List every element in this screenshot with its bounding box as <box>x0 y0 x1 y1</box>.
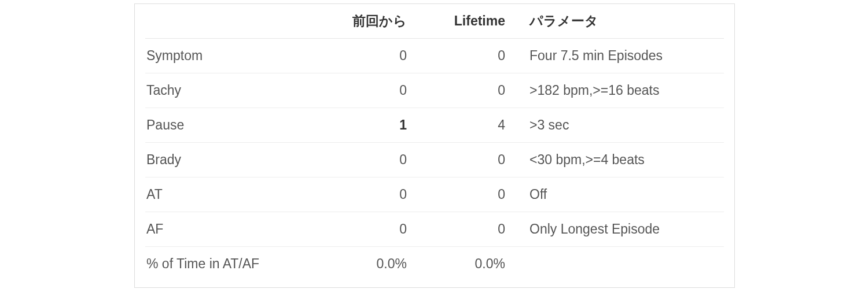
row-since: 0 <box>336 73 417 108</box>
row-since: 0.0% <box>336 247 417 282</box>
row-label: % of Time in AT/AF <box>145 247 336 282</box>
row-since: 1 <box>336 108 417 143</box>
row-parameter: >3 sec <box>516 108 724 143</box>
row-parameter: Off <box>516 177 724 212</box>
row-label: Symptom <box>145 39 336 73</box>
row-since: 0 <box>336 177 417 212</box>
row-lifetime: 0 <box>417 73 516 108</box>
table-row: AT 0 0 Off <box>145 177 724 212</box>
header-parameter: パラメータ <box>516 4 724 39</box>
table-row: Tachy 0 0 >182 bpm,>=16 beats <box>145 73 724 108</box>
row-label: AT <box>145 177 336 212</box>
table-row: Symptom 0 0 Four 7.5 min Episodes <box>145 39 724 73</box>
row-label: Pause <box>145 108 336 143</box>
row-since: 0 <box>336 39 417 73</box>
table-row: Brady 0 0 <30 bpm,>=4 beats <box>145 143 724 177</box>
page-root: 前回から Lifetime パラメータ Symptom 0 0 Four 7.5… <box>0 0 868 296</box>
row-label: Tachy <box>145 73 336 108</box>
episode-summary-table: 前回から Lifetime パラメータ Symptom 0 0 Four 7.5… <box>145 4 724 281</box>
row-lifetime: 0 <box>417 177 516 212</box>
row-lifetime: 0 <box>417 143 516 177</box>
row-label: AF <box>145 212 336 247</box>
row-lifetime: 0 <box>417 212 516 247</box>
table-header-row: 前回から Lifetime パラメータ <box>145 4 724 39</box>
table-row: Pause 1 4 >3 sec <box>145 108 724 143</box>
header-empty <box>145 4 336 39</box>
row-since: 0 <box>336 212 417 247</box>
row-lifetime: 0.0% <box>417 247 516 282</box>
header-since: 前回から <box>336 4 417 39</box>
row-parameter: Four 7.5 min Episodes <box>516 39 724 73</box>
table-row: AF 0 0 Only Longest Episode <box>145 212 724 247</box>
row-lifetime: 4 <box>417 108 516 143</box>
row-label: Brady <box>145 143 336 177</box>
row-parameter <box>516 247 724 282</box>
row-parameter: >182 bpm,>=16 beats <box>516 73 724 108</box>
header-lifetime: Lifetime <box>417 4 516 39</box>
row-parameter: <30 bpm,>=4 beats <box>516 143 724 177</box>
row-parameter: Only Longest Episode <box>516 212 724 247</box>
row-since: 0 <box>336 143 417 177</box>
row-lifetime: 0 <box>417 39 516 73</box>
episode-summary-panel: 前回から Lifetime パラメータ Symptom 0 0 Four 7.5… <box>134 3 735 288</box>
table-row: % of Time in AT/AF 0.0% 0.0% <box>145 247 724 282</box>
